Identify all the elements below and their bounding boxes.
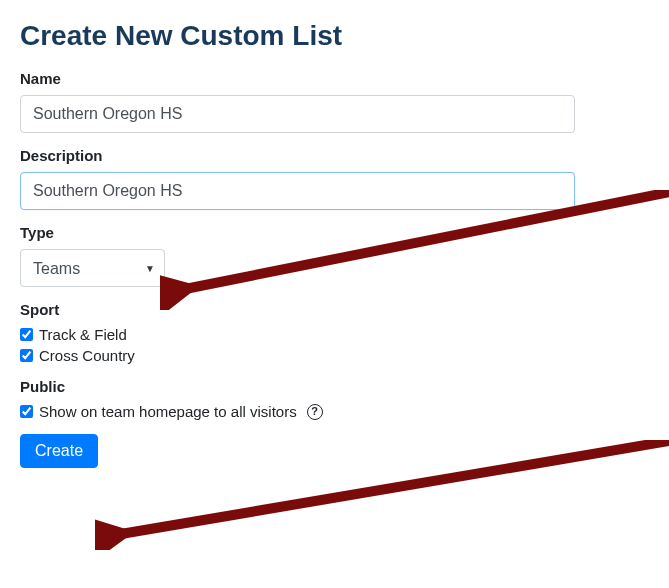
public-option-row: Show on team homepage to all visitors ?: [20, 403, 649, 420]
description-label: Description: [20, 147, 649, 164]
sport-checkbox-cross-country[interactable]: [20, 349, 33, 362]
public-group: Public Show on team homepage to all visi…: [20, 378, 649, 420]
type-label: Type: [20, 224, 649, 241]
sport-option-row: Cross Country: [20, 347, 649, 364]
sport-option-label: Cross Country: [39, 347, 135, 364]
page-title: Create New Custom List: [20, 20, 649, 52]
description-input[interactable]: [20, 172, 575, 210]
sport-checkbox-track[interactable]: [20, 328, 33, 341]
public-checkbox[interactable]: [20, 405, 33, 418]
sport-group: Sport Track & Field Cross Country: [20, 301, 649, 364]
create-button[interactable]: Create: [20, 434, 98, 468]
public-option-label: Show on team homepage to all visitors: [39, 403, 297, 420]
name-group: Name: [20, 70, 649, 133]
description-group: Description: [20, 147, 649, 210]
name-label: Name: [20, 70, 649, 87]
sport-option-label: Track & Field: [39, 326, 127, 343]
button-row: Create: [20, 434, 649, 468]
sport-label: Sport: [20, 301, 649, 318]
name-input[interactable]: [20, 95, 575, 133]
public-label: Public: [20, 378, 649, 395]
help-icon[interactable]: ?: [307, 404, 323, 420]
sport-option-row: Track & Field: [20, 326, 649, 343]
type-group: Type Teams ▼: [20, 224, 649, 287]
type-select[interactable]: Teams: [20, 249, 165, 287]
